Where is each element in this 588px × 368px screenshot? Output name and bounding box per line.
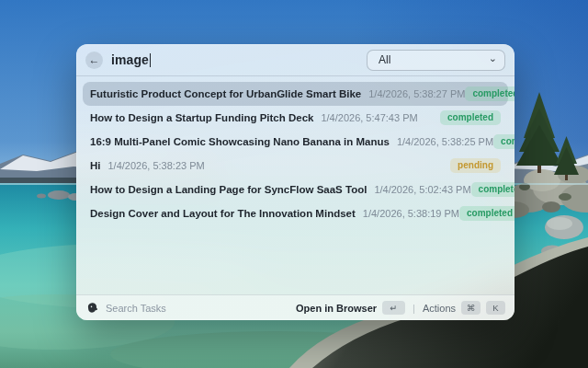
task-row[interactable]: How to Design a Landing Page for SyncFlo… — [83, 178, 508, 201]
palette-footer: Search Tasks Open in Browser ↵ | Actions… — [76, 294, 514, 320]
task-timestamp: 1/4/2026, 5:38:23 PM — [108, 160, 205, 171]
command-key-icon: ⌘ — [461, 301, 481, 315]
task-row[interactable]: Hi 1/4/2026, 5:38:23 PM pending — [83, 154, 508, 178]
k-key-icon: K — [486, 301, 505, 315]
task-title: Futuristic Product Concept for UrbanGlid… — [90, 88, 361, 99]
footer-search-hint: Search Tasks — [106, 303, 166, 314]
search-bar: ← image All ⌄ — [76, 44, 514, 75]
task-row[interactable]: 16:9 Multi-Panel Comic Showcasing Nano B… — [83, 130, 508, 154]
return-key-icon: ↵ — [382, 301, 405, 315]
task-row[interactable]: Design Cover and Layout for The Innovati… — [83, 201, 508, 225]
actions-button[interactable]: Actions — [423, 303, 456, 314]
back-arrow-icon: ← — [89, 53, 100, 66]
text-cursor — [150, 53, 152, 67]
status-badge: pending — [450, 158, 501, 173]
status-badge: completed — [493, 134, 514, 149]
task-list: Futuristic Product Concept for UrbanGlid… — [76, 76, 514, 294]
task-timestamp: 1/4/2026, 5:47:43 PM — [321, 112, 417, 123]
search-query-text: image — [111, 52, 149, 67]
status-badge: completed — [471, 182, 514, 197]
task-timestamp: 1/4/2026, 5:38:27 PM — [368, 88, 465, 99]
task-title: Design Cover and Layout for The Innovati… — [90, 208, 356, 219]
task-title: How to Design a Landing Page for SyncFlo… — [90, 184, 367, 195]
command-palette: ← image All ⌄ Futuristic Product Concept… — [76, 44, 514, 320]
task-title: Hi — [90, 160, 101, 171]
task-title: How to Design a Startup Funding Pitch De… — [90, 112, 313, 123]
search-input[interactable]: image — [111, 52, 367, 67]
back-button[interactable]: ← — [85, 52, 103, 69]
task-timestamp: 1/4/2026, 5:38:25 PM — [397, 136, 493, 147]
filter-dropdown[interactable]: All ⌄ — [367, 50, 505, 71]
footer-divider: | — [413, 303, 415, 314]
app-logo-icon — [85, 302, 98, 315]
task-timestamp: 1/4/2026, 5:38:19 PM — [363, 208, 459, 219]
desktop: ← image All ⌄ Futuristic Product Concept… — [0, 0, 588, 368]
status-badge: completed — [465, 86, 514, 101]
chevron-down-icon: ⌄ — [489, 53, 497, 63]
task-row[interactable]: Futuristic Product Concept for UrbanGlid… — [83, 82, 508, 106]
task-timestamp: 1/4/2026, 5:02:43 PM — [374, 184, 470, 195]
task-row[interactable]: How to Design a Startup Funding Pitch De… — [83, 106, 508, 130]
open-in-browser-button[interactable]: Open in Browser — [296, 303, 377, 314]
status-badge: completed — [459, 206, 514, 221]
task-title: 16:9 Multi-Panel Comic Showcasing Nano B… — [90, 136, 390, 147]
status-badge: completed — [440, 110, 501, 125]
filter-dropdown-value: All — [379, 53, 489, 66]
